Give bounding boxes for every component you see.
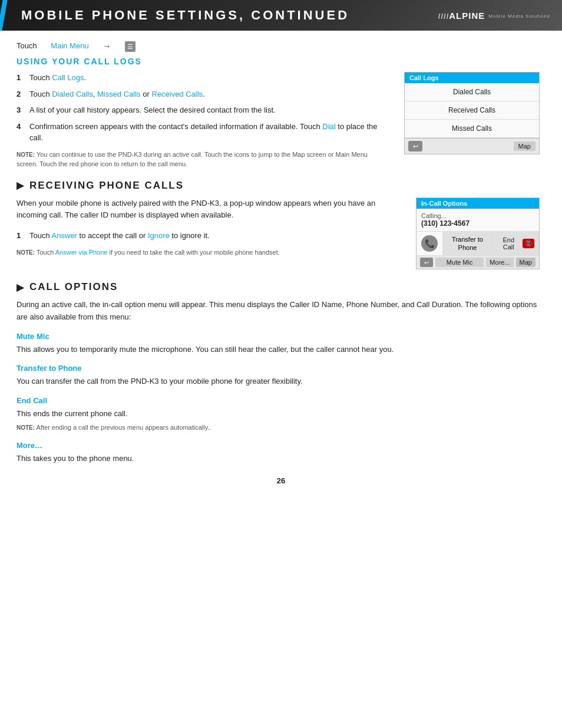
mute-mic-subsection: Mute Mic This allows you to temporarily … (16, 332, 546, 356)
mute-mic-button[interactable]: Mute Mic (435, 258, 484, 267)
page-body: Touch Main Menu → USING YOUR CALL LOGS 1… (0, 31, 562, 502)
alpine-logo: ////////ALPINEALPINE Mobile Media Soluti… (438, 11, 550, 21)
incall-box-container: In-Call Options Calling... (310) 123-456… (416, 197, 546, 270)
incall-back-button[interactable]: ↩ (420, 258, 433, 267)
call-options-title: CALL OPTIONS (29, 281, 118, 293)
step-2-text: Touch Dialed Calls, Missed Calls or Rece… (29, 88, 205, 100)
received-calls-link[interactable]: Received Calls (151, 90, 203, 98)
header-title: MOBILE PHONE SETTINGS, CONTINUED (12, 8, 349, 23)
page-number: 26 (16, 476, 546, 485)
receiving-body: When your mobile phone is actively paire… (16, 197, 398, 222)
receiving-note-text: Touch Answer via Phone if you need to ta… (37, 249, 280, 256)
alpine-logo-text: ////////ALPINEALPINE (438, 11, 485, 21)
note-text: You can continue to use the PND-K3 durin… (16, 151, 368, 168)
touch-main-menu-prefix: Touch (16, 41, 37, 50)
transfer-phone-body: You can transfer the call from the PND-K… (16, 375, 546, 388)
ignore-link[interactable]: Ignore (148, 231, 170, 240)
step-3-text: A list of your call history appears. Sel… (29, 104, 276, 116)
arrow-icon: → (103, 41, 111, 51)
incall-options-box: In-Call Options Calling... (310) 123-456… (416, 197, 540, 270)
receiving-step-1-num: 1 (16, 230, 25, 242)
phone-icon: 📞 (421, 235, 438, 252)
answer-link[interactable]: Answer (52, 231, 77, 240)
missed-calls-item[interactable]: Missed Calls (405, 120, 539, 138)
end-call-title: End Call (16, 396, 546, 405)
call-logs-left: 1 Touch Call Logs. 2 Touch Dialed Calls,… (16, 72, 386, 169)
menu-icon (125, 41, 135, 52)
dialed-calls-item[interactable]: Dialed Calls (405, 83, 539, 101)
touch-main-menu-row: Touch Main Menu → (16, 41, 546, 52)
answer-via-phone-link[interactable]: Answer via Phone (55, 249, 108, 256)
missed-calls-link[interactable]: Missed Calls (97, 90, 141, 98)
alpine-logo-sub: Mobile Media Solutions (488, 14, 550, 19)
call-logs-note: NOTE: You can continue to use the PND-K3… (16, 150, 386, 169)
mute-mic-title: Mute Mic (16, 332, 546, 341)
page-header: MOBILE PHONE SETTINGS, CONTINUED ///////… (0, 0, 562, 31)
step-3: 3 A list of your call history appears. S… (16, 104, 386, 116)
call-logs-ui-box: Call Logs Dialed Calls Received Calls Mi… (404, 72, 540, 154)
incall-box-header: In-Call Options (416, 198, 539, 209)
step-2-num: 2 (16, 88, 25, 100)
transfer-phone-subsection: Transfer to Phone You can transfer the c… (16, 364, 546, 388)
end-call-area: End Call 📵 (492, 232, 539, 256)
more-subsection: More… This takes you to the phone menu. (16, 441, 546, 465)
using-call-logs-section: USING YOUR CALL LOGS 1 Touch Call Logs. … (16, 57, 546, 169)
calling-label: Calling... (421, 212, 534, 219)
dial-link[interactable]: Dial (322, 122, 335, 131)
receiving-calls-heading: ▶ RECEIVING PHONE CALLS (16, 180, 546, 192)
receiving-calls-section: ▶ RECEIVING PHONE CALLS When your mobile… (16, 180, 546, 270)
end-call-note-text: After ending a call the previous menu ap… (37, 424, 211, 431)
call-logs-right: Call Logs Dialed Calls Received Calls Mi… (404, 72, 546, 154)
step-3-num: 3 (16, 104, 25, 116)
map-button[interactable]: Map (514, 141, 535, 151)
back-button[interactable]: ↩ (408, 141, 422, 151)
main-menu-link[interactable]: Main Menu (51, 41, 88, 50)
incall-phone-icon-area: 📞 (416, 232, 443, 256)
using-call-logs-title: USING YOUR CALL LOGS (16, 57, 546, 66)
more-button[interactable]: More... (486, 258, 513, 267)
receiving-step-1: 1 Touch Answer to accept the call or Ign… (16, 230, 398, 242)
receiving-calls-title: RECEIVING PHONE CALLS (29, 180, 184, 192)
call-options-heading: ▶ CALL OPTIONS (16, 281, 546, 293)
using-call-logs-content: 1 Touch Call Logs. 2 Touch Dialed Calls,… (16, 72, 546, 169)
end-call-body: This ends the current phone call. (16, 408, 546, 420)
call-logs-box-header: Call Logs (405, 73, 539, 83)
call-options-section: ▶ CALL OPTIONS During an active call, th… (16, 281, 546, 465)
end-call-note: NOTE: After ending a call the previous m… (16, 423, 546, 433)
incall-calling: Calling... (310) 123-4567 (416, 209, 539, 232)
call-logs-box-footer: ↩ Map (405, 138, 539, 154)
mute-mic-body: This allows you to temporarily mute the … (16, 344, 546, 356)
call-options-body: During an active call, the in-call optio… (16, 299, 546, 324)
more-title: More… (16, 441, 546, 450)
received-calls-item[interactable]: Received Calls (405, 101, 539, 120)
incall-map-button[interactable]: Map (516, 258, 535, 267)
transfer-to-phone-button[interactable]: Transfer to Phone (443, 232, 492, 256)
step-4-text: Confirmation screen appears with the con… (29, 121, 386, 144)
step-4: 4 Confirmation screen appears with the c… (16, 121, 386, 144)
end-call-note-label: NOTE: (16, 424, 35, 431)
step-1-num: 1 (16, 72, 25, 84)
note-label: NOTE: (16, 151, 35, 158)
transfer-phone-title: Transfer to Phone (16, 364, 546, 373)
calling-number: (310) 123-4567 (421, 219, 534, 228)
receiving-left: When your mobile phone is actively paire… (16, 197, 398, 258)
incall-buttons-row: 📞 Transfer to Phone End Call 📵 (416, 232, 539, 256)
step-4-num: 4 (16, 121, 25, 144)
incall-footer: ↩ Mute Mic More... Map (416, 256, 539, 269)
section-arrow-icon: ▶ (16, 180, 24, 191)
more-body: This takes you to the phone menu. (16, 453, 546, 465)
receiving-step-1-text: Touch Answer to accept the call or Ignor… (29, 230, 210, 242)
dialed-calls-link[interactable]: Dialed Calls (52, 90, 92, 98)
end-call-subsection: End Call This ends the current phone cal… (16, 396, 546, 432)
end-call-label[interactable]: End Call (497, 236, 520, 251)
call-logs-steps: 1 Touch Call Logs. 2 Touch Dialed Calls,… (16, 72, 386, 144)
red-phone-icon: 📵 (523, 239, 534, 248)
receiving-note: NOTE: Touch Answer via Phone if you need… (16, 248, 398, 258)
step-1-text: Touch Call Logs. (29, 72, 86, 84)
call-options-arrow-icon: ▶ (16, 282, 24, 293)
call-logs-link[interactable]: Call Logs (52, 73, 84, 82)
receiving-steps: 1 Touch Answer to accept the call or Ign… (16, 230, 398, 242)
receiving-note-label: NOTE: (16, 249, 35, 256)
step-1: 1 Touch Call Logs. (16, 72, 386, 84)
receiving-section-content: When your mobile phone is actively paire… (16, 197, 546, 270)
